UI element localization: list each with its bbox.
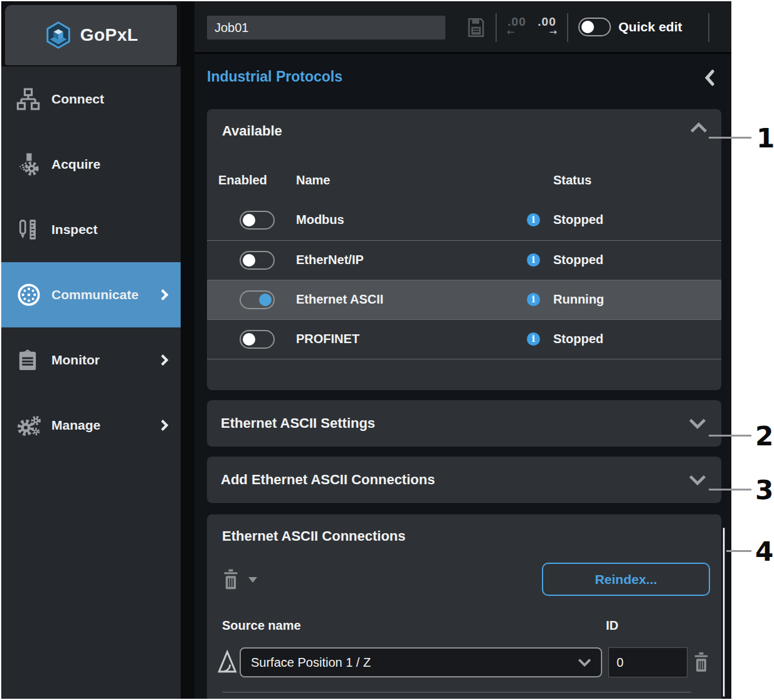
sidebar-item-label: Connect [51, 92, 104, 107]
protocol-name: PROFINET [296, 332, 359, 346]
caret-down-icon [248, 577, 257, 583]
save-job-button[interactable] [467, 16, 487, 39]
protocol-name: EtherNet/IP [296, 253, 364, 267]
protocol-status: Stopped [553, 253, 603, 267]
sidebar-item-acquire[interactable]: Acquire [1, 132, 181, 197]
toggle-knob [243, 333, 255, 346]
protocol-enable-toggle[interactable] [240, 330, 275, 349]
chevron-down-icon[interactable] [687, 472, 708, 487]
job-name-input[interactable] [207, 16, 445, 40]
gears-icon [16, 413, 44, 438]
table-row-ethernet-ascii[interactable]: Ethernet ASCII i Running [207, 280, 721, 319]
chevron-down-icon [577, 657, 592, 668]
sidebar: GoPxL Connect [1, 1, 181, 699]
separator [496, 13, 497, 42]
sidebar-item-label: Monitor [51, 353, 100, 368]
info-icon[interactable]: i [527, 253, 540, 267]
chevron-right-icon [159, 289, 169, 301]
trash-icon [692, 652, 710, 673]
sidebar-item-label: Acquire [51, 157, 100, 172]
sidebar-item-connect[interactable]: Connect [1, 66, 181, 132]
logo-tile: GoPxL [5, 5, 177, 65]
toggle-knob [243, 214, 255, 226]
brand-name: GoPxL [80, 25, 139, 45]
protocol-enable-toggle[interactable] [240, 290, 275, 309]
section-title: Add Ethernet ASCII Connections [221, 472, 435, 488]
column-name: Name [296, 173, 330, 188]
sidebar-item-monitor[interactable]: Monitor [1, 327, 181, 393]
protocol-status: Stopped [553, 332, 603, 346]
connections-panel: Ethernet ASCII Connections Reindex... So… [207, 514, 721, 699]
logo-area: GoPxL [1, 1, 181, 66]
section-title: Ethernet ASCII Settings [221, 415, 375, 432]
callout-number-3: 3 [755, 475, 773, 506]
info-icon[interactable]: i [527, 332, 540, 346]
sidebar-item-label: Inspect [51, 222, 98, 237]
protocol-status: Running [553, 292, 604, 307]
protocol-name: Ethernet ASCII [296, 292, 383, 307]
callout-line-2 [709, 435, 751, 437]
connection-id-input[interactable] [608, 647, 687, 677]
sidebar-item-communicate[interactable]: Communicate [1, 262, 181, 327]
app-window: GoPxL Connect [1, 1, 731, 699]
chevron-down-icon[interactable] [687, 416, 708, 431]
quick-edit-toggle[interactable] [578, 18, 611, 36]
add-connections-panel[interactable]: Add Ethernet ASCII Connections [207, 457, 721, 503]
topbar: .00 ← .00 → Quick edit [194, 1, 731, 54]
protocol-enable-toggle[interactable] [240, 251, 275, 270]
row-separator [222, 692, 691, 692]
callout-line-1 [709, 137, 751, 139]
quick-edit-label: Quick edit [618, 19, 682, 34]
table-row-profinet[interactable]: PROFINET i Stopped [207, 319, 721, 359]
reindex-button[interactable]: Reindex... [542, 563, 710, 596]
measurement-angle-icon [216, 649, 237, 675]
section-title: Ethernet ASCII Connections [222, 528, 406, 544]
collapse-section-button[interactable] [689, 119, 709, 137]
arrow-left-icon: ← [504, 29, 529, 35]
page-title: Industrial Protocols [207, 68, 342, 85]
sidebar-item-label: Manage [51, 418, 100, 433]
caliper-icon [16, 217, 44, 242]
callout-line-4 [726, 550, 751, 552]
section-title: Available [222, 123, 282, 139]
sidebar-item-manage[interactable]: Manage [1, 393, 181, 458]
sidebar-item-label: Communicate [51, 287, 139, 302]
decimal-increase-button[interactable]: .00 → [534, 15, 559, 43]
network-icon [16, 87, 44, 112]
source-name-dropdown[interactable]: Surface Position 1 / Z [240, 647, 602, 677]
available-protocols-panel: Available Enabled Name Status Modbus i S… [207, 109, 721, 390]
sensor-icon [16, 152, 44, 177]
callout-bracket-4 [723, 528, 725, 697]
protocol-name: Modbus [296, 213, 344, 227]
separator [567, 13, 568, 42]
main-area: .00 ← .00 → Quick edit Industrial Protoc… [194, 1, 731, 699]
callout-number-1: 1 [756, 123, 774, 154]
info-icon[interactable]: i [527, 213, 540, 226]
trash-icon [222, 568, 240, 591]
clipboard-icon [16, 347, 44, 373]
table-row-ethernet-ip[interactable]: EtherNet/IP i Stopped [207, 240, 721, 280]
callout-line-3 [709, 489, 751, 491]
callout-number-4: 4 [755, 536, 773, 567]
delete-connections-button[interactable] [222, 568, 260, 592]
toggle-knob [581, 21, 594, 33]
connector-icon [16, 282, 44, 307]
toggle-knob [259, 294, 272, 306]
sidebar-nav: Connect Acquire [1, 66, 181, 458]
decimal-decrease-button[interactable]: .00 ← [504, 15, 529, 43]
protocol-status: Stopped [553, 213, 603, 227]
table-header: Enabled Name Status [207, 173, 721, 189]
callout-number-2: 2 [755, 421, 773, 452]
chevron-right-icon [159, 354, 169, 366]
ethernet-ascii-settings-panel[interactable]: Ethernet ASCII Settings [207, 400, 721, 447]
panel-collapse-left-button[interactable] [702, 69, 720, 87]
info-icon[interactable]: i [527, 293, 540, 306]
protocol-enable-toggle[interactable] [240, 211, 275, 230]
sidebar-item-inspect[interactable]: Inspect [1, 197, 181, 262]
delete-row-button[interactable] [692, 651, 711, 674]
protocol-table: Modbus i Stopped EtherNet/IP i Stopped E… [207, 201, 721, 359]
column-status: Status [553, 173, 591, 188]
table-row-modbus[interactable]: Modbus i Stopped [207, 201, 721, 240]
toggle-knob [243, 254, 255, 267]
separator [708, 13, 709, 42]
